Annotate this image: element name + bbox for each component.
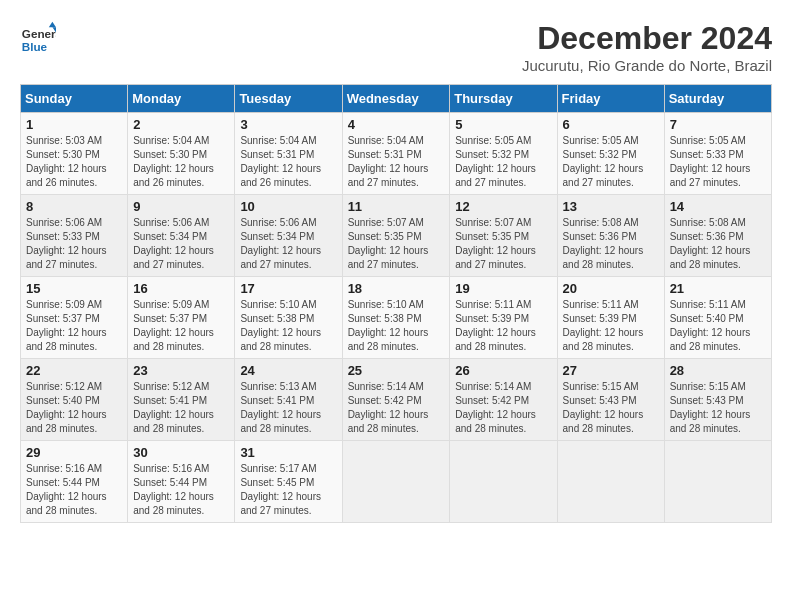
day-number: 11	[348, 199, 445, 214]
day-info: Sunrise: 5:06 AM Sunset: 5:34 PM Dayligh…	[133, 216, 229, 272]
page-title: December 2024	[522, 20, 772, 57]
day-info: Sunrise: 5:12 AM Sunset: 5:40 PM Dayligh…	[26, 380, 122, 436]
calendar-cell: 25Sunrise: 5:14 AM Sunset: 5:42 PM Dayli…	[342, 359, 450, 441]
calendar-cell: 13Sunrise: 5:08 AM Sunset: 5:36 PM Dayli…	[557, 195, 664, 277]
calendar-week-3: 15Sunrise: 5:09 AM Sunset: 5:37 PM Dayli…	[21, 277, 772, 359]
calendar-cell: 20Sunrise: 5:11 AM Sunset: 5:39 PM Dayli…	[557, 277, 664, 359]
day-number: 14	[670, 199, 766, 214]
weekday-header-friday: Friday	[557, 85, 664, 113]
weekday-header-saturday: Saturday	[664, 85, 771, 113]
calendar-cell: 8Sunrise: 5:06 AM Sunset: 5:33 PM Daylig…	[21, 195, 128, 277]
day-info: Sunrise: 5:11 AM Sunset: 5:39 PM Dayligh…	[563, 298, 659, 354]
day-info: Sunrise: 5:08 AM Sunset: 5:36 PM Dayligh…	[670, 216, 766, 272]
day-info: Sunrise: 5:09 AM Sunset: 5:37 PM Dayligh…	[26, 298, 122, 354]
calendar-cell: 16Sunrise: 5:09 AM Sunset: 5:37 PM Dayli…	[128, 277, 235, 359]
day-number: 6	[563, 117, 659, 132]
calendar-cell: 2Sunrise: 5:04 AM Sunset: 5:30 PM Daylig…	[128, 113, 235, 195]
weekday-header-sunday: Sunday	[21, 85, 128, 113]
day-number: 8	[26, 199, 122, 214]
svg-marker-2	[49, 22, 56, 27]
day-number: 3	[240, 117, 336, 132]
calendar-cell: 29Sunrise: 5:16 AM Sunset: 5:44 PM Dayli…	[21, 441, 128, 523]
day-number: 13	[563, 199, 659, 214]
day-info: Sunrise: 5:04 AM Sunset: 5:31 PM Dayligh…	[348, 134, 445, 190]
calendar-cell: 14Sunrise: 5:08 AM Sunset: 5:36 PM Dayli…	[664, 195, 771, 277]
day-info: Sunrise: 5:16 AM Sunset: 5:44 PM Dayligh…	[133, 462, 229, 518]
day-info: Sunrise: 5:08 AM Sunset: 5:36 PM Dayligh…	[563, 216, 659, 272]
day-number: 27	[563, 363, 659, 378]
day-number: 10	[240, 199, 336, 214]
calendar-cell: 10Sunrise: 5:06 AM Sunset: 5:34 PM Dayli…	[235, 195, 342, 277]
calendar-cell: 30Sunrise: 5:16 AM Sunset: 5:44 PM Dayli…	[128, 441, 235, 523]
day-number: 2	[133, 117, 229, 132]
weekday-header-thursday: Thursday	[450, 85, 557, 113]
calendar-week-2: 8Sunrise: 5:06 AM Sunset: 5:33 PM Daylig…	[21, 195, 772, 277]
day-info: Sunrise: 5:12 AM Sunset: 5:41 PM Dayligh…	[133, 380, 229, 436]
calendar-cell: 23Sunrise: 5:12 AM Sunset: 5:41 PM Dayli…	[128, 359, 235, 441]
day-info: Sunrise: 5:17 AM Sunset: 5:45 PM Dayligh…	[240, 462, 336, 518]
day-number: 25	[348, 363, 445, 378]
day-number: 21	[670, 281, 766, 296]
day-number: 4	[348, 117, 445, 132]
day-number: 5	[455, 117, 551, 132]
day-info: Sunrise: 5:15 AM Sunset: 5:43 PM Dayligh…	[670, 380, 766, 436]
calendar-cell: 15Sunrise: 5:09 AM Sunset: 5:37 PM Dayli…	[21, 277, 128, 359]
calendar-cell: 6Sunrise: 5:05 AM Sunset: 5:32 PM Daylig…	[557, 113, 664, 195]
weekday-header-tuesday: Tuesday	[235, 85, 342, 113]
calendar-cell: 1Sunrise: 5:03 AM Sunset: 5:30 PM Daylig…	[21, 113, 128, 195]
day-info: Sunrise: 5:06 AM Sunset: 5:34 PM Dayligh…	[240, 216, 336, 272]
calendar-cell	[450, 441, 557, 523]
day-number: 28	[670, 363, 766, 378]
calendar-cell: 7Sunrise: 5:05 AM Sunset: 5:33 PM Daylig…	[664, 113, 771, 195]
calendar-cell	[557, 441, 664, 523]
day-number: 9	[133, 199, 229, 214]
weekday-header-row: SundayMondayTuesdayWednesdayThursdayFrid…	[21, 85, 772, 113]
day-number: 23	[133, 363, 229, 378]
day-number: 29	[26, 445, 122, 460]
calendar-cell: 18Sunrise: 5:10 AM Sunset: 5:38 PM Dayli…	[342, 277, 450, 359]
calendar-cell	[342, 441, 450, 523]
day-info: Sunrise: 5:13 AM Sunset: 5:41 PM Dayligh…	[240, 380, 336, 436]
day-info: Sunrise: 5:14 AM Sunset: 5:42 PM Dayligh…	[348, 380, 445, 436]
calendar-cell: 28Sunrise: 5:15 AM Sunset: 5:43 PM Dayli…	[664, 359, 771, 441]
calendar-week-4: 22Sunrise: 5:12 AM Sunset: 5:40 PM Dayli…	[21, 359, 772, 441]
day-number: 30	[133, 445, 229, 460]
calendar-cell: 4Sunrise: 5:04 AM Sunset: 5:31 PM Daylig…	[342, 113, 450, 195]
calendar-table: SundayMondayTuesdayWednesdayThursdayFrid…	[20, 84, 772, 523]
day-info: Sunrise: 5:15 AM Sunset: 5:43 PM Dayligh…	[563, 380, 659, 436]
day-number: 22	[26, 363, 122, 378]
logo: General Blue	[20, 20, 56, 56]
day-info: Sunrise: 5:09 AM Sunset: 5:37 PM Dayligh…	[133, 298, 229, 354]
day-info: Sunrise: 5:06 AM Sunset: 5:33 PM Dayligh…	[26, 216, 122, 272]
day-number: 17	[240, 281, 336, 296]
day-info: Sunrise: 5:10 AM Sunset: 5:38 PM Dayligh…	[240, 298, 336, 354]
day-info: Sunrise: 5:11 AM Sunset: 5:39 PM Dayligh…	[455, 298, 551, 354]
logo-icon: General Blue	[20, 20, 56, 56]
calendar-cell	[664, 441, 771, 523]
day-info: Sunrise: 5:07 AM Sunset: 5:35 PM Dayligh…	[455, 216, 551, 272]
day-info: Sunrise: 5:05 AM Sunset: 5:33 PM Dayligh…	[670, 134, 766, 190]
day-info: Sunrise: 5:11 AM Sunset: 5:40 PM Dayligh…	[670, 298, 766, 354]
header: General Blue December 2024 Jucurutu, Rio…	[20, 20, 772, 74]
day-info: Sunrise: 5:16 AM Sunset: 5:44 PM Dayligh…	[26, 462, 122, 518]
calendar-cell: 21Sunrise: 5:11 AM Sunset: 5:40 PM Dayli…	[664, 277, 771, 359]
weekday-header-monday: Monday	[128, 85, 235, 113]
day-info: Sunrise: 5:03 AM Sunset: 5:30 PM Dayligh…	[26, 134, 122, 190]
day-info: Sunrise: 5:05 AM Sunset: 5:32 PM Dayligh…	[563, 134, 659, 190]
day-info: Sunrise: 5:07 AM Sunset: 5:35 PM Dayligh…	[348, 216, 445, 272]
calendar-cell: 24Sunrise: 5:13 AM Sunset: 5:41 PM Dayli…	[235, 359, 342, 441]
day-info: Sunrise: 5:10 AM Sunset: 5:38 PM Dayligh…	[348, 298, 445, 354]
calendar-week-1: 1Sunrise: 5:03 AM Sunset: 5:30 PM Daylig…	[21, 113, 772, 195]
calendar-cell: 19Sunrise: 5:11 AM Sunset: 5:39 PM Dayli…	[450, 277, 557, 359]
calendar-cell: 26Sunrise: 5:14 AM Sunset: 5:42 PM Dayli…	[450, 359, 557, 441]
calendar-cell: 22Sunrise: 5:12 AM Sunset: 5:40 PM Dayli…	[21, 359, 128, 441]
day-number: 19	[455, 281, 551, 296]
weekday-header-wednesday: Wednesday	[342, 85, 450, 113]
day-number: 31	[240, 445, 336, 460]
calendar-cell: 17Sunrise: 5:10 AM Sunset: 5:38 PM Dayli…	[235, 277, 342, 359]
day-number: 20	[563, 281, 659, 296]
calendar-cell: 5Sunrise: 5:05 AM Sunset: 5:32 PM Daylig…	[450, 113, 557, 195]
day-number: 1	[26, 117, 122, 132]
day-number: 15	[26, 281, 122, 296]
calendar-cell: 31Sunrise: 5:17 AM Sunset: 5:45 PM Dayli…	[235, 441, 342, 523]
